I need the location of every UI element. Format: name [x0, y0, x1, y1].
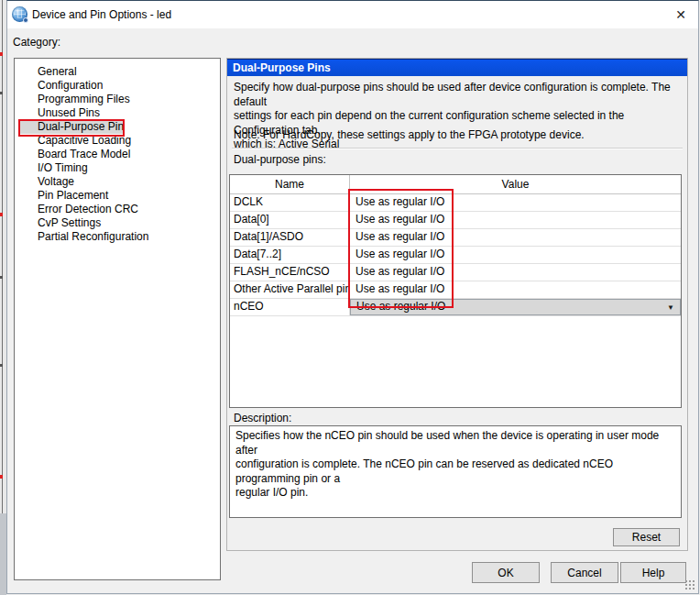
dual-purpose-pins-table[interactable]: Name Value DCLKUse as regular I/OData[0]… — [229, 174, 682, 408]
background-red-fragment — [0, 52, 3, 56]
category-item-configuration[interactable]: Configuration — [15, 79, 220, 93]
column-header-name[interactable]: Name — [230, 175, 350, 193]
background-fragment — [0, 513, 6, 595]
pin-value-combobox[interactable]: Use as regular I/O — [350, 229, 681, 246]
category-item-capacitive-loading[interactable]: Capacitive Loading — [15, 134, 220, 148]
pin-row-dclk[interactable]: DCLKUse as regular I/O — [230, 194, 681, 212]
cancel-button[interactable]: Cancel — [551, 562, 618, 583]
pin-value-combobox[interactable]: Use as regular I/O — [350, 264, 681, 281]
category-item-i-o-timing[interactable]: I/O Timing — [15, 161, 220, 175]
pin-name: Other Active Parallel pins — [230, 281, 350, 298]
pin-row-other-active-parallel-pins[interactable]: Other Active Parallel pinsUse as regular… — [230, 281, 681, 299]
category-list[interactable]: GeneralConfigurationProgramming FilesUnu… — [14, 58, 221, 580]
separator — [232, 148, 683, 149]
quartus-globe-icon — [12, 6, 27, 22]
background-red-fragment — [0, 475, 3, 479]
pin-value-combobox[interactable]: Use as regular I/O — [350, 212, 681, 228]
pin-name: nCEO — [230, 299, 350, 315]
pin-value-combobox[interactable]: Use as regular I/O — [350, 281, 681, 298]
pin-row-nceo[interactable]: nCEOUse as regular I/O▼ — [230, 299, 681, 316]
background-fragment — [0, 364, 3, 367]
column-header-value[interactable]: Value — [350, 175, 681, 193]
dual-purpose-pins-panel: Dual-Purpose Pins Specify how dual-purpo… — [226, 58, 688, 551]
pin-name: Data[7..2] — [230, 247, 350, 263]
background-window-sliver — [0, 0, 6, 595]
pin-value-combobox[interactable]: Use as regular I/O — [350, 194, 681, 211]
pin-name: Data[0] — [230, 212, 350, 228]
category-label: Category: — [13, 36, 60, 49]
description-label: Description: — [234, 412, 291, 424]
pin-value-combobox[interactable]: Use as regular I/O▼ — [350, 299, 681, 315]
pin-name: DCLK — [230, 194, 350, 211]
pin-row-data-0[interactable]: Data[0]Use as regular I/O — [230, 212, 681, 229]
category-item-voltage[interactable]: Voltage — [15, 175, 220, 189]
category-item-cvp-settings[interactable]: CvP Settings — [15, 216, 220, 230]
panel-header: Dual-Purpose Pins — [227, 59, 687, 76]
title-bar[interactable]: Device and Pin Options - led ✕ — [7, 1, 698, 28]
panel-note-text: Note: For HardCopy, these settings apply… — [234, 128, 682, 141]
help-button[interactable]: Help — [620, 562, 686, 583]
pin-name: Data[1]/ASDO — [230, 229, 350, 246]
ok-button[interactable]: OK — [472, 562, 540, 583]
pin-name: FLASH_nCE/nCSO — [230, 264, 350, 281]
background-fragment — [0, 92, 3, 94]
window-title: Device and Pin Options - led — [32, 8, 171, 21]
category-item-board-trace-model[interactable]: Board Trace Model — [15, 148, 220, 161]
pin-row-flash-nce-ncso[interactable]: FLASH_nCE/nCSOUse as regular I/O — [230, 264, 681, 281]
category-item-pin-placement[interactable]: Pin Placement — [15, 189, 220, 203]
table-body: DCLKUse as regular I/OData[0]Use as regu… — [230, 194, 681, 316]
category-item-general[interactable]: General — [15, 65, 220, 79]
reset-button[interactable]: Reset — [613, 528, 680, 546]
dual-purpose-pins-label: Dual-purpose pins: — [234, 153, 326, 166]
device-and-pin-options-dialog: Device and Pin Options - led ✕ Category:… — [6, 0, 699, 594]
close-icon[interactable]: ✕ — [665, 1, 696, 28]
category-item-partial-reconfiguration[interactable]: Partial Reconfiguration — [15, 230, 220, 244]
description-text: Specifies how the nCEO pin should be use… — [229, 425, 682, 518]
resize-grip[interactable] — [685, 580, 695, 590]
category-item-unused-pins[interactable]: Unused Pins — [15, 106, 220, 120]
background-red-fragment — [0, 213, 3, 216]
pin-row-data-7-2[interactable]: Data[7..2]Use as regular I/O — [230, 247, 681, 264]
table-header-row: Name Value — [230, 175, 681, 194]
background-fragment — [0, 276, 3, 279]
category-item-error-detection-crc[interactable]: Error Detection CRC — [15, 203, 220, 216]
chevron-down-icon[interactable]: ▼ — [667, 303, 674, 313]
category-item-programming-files[interactable]: Programming Files — [15, 93, 220, 106]
background-window-edge — [2, 0, 3, 595]
category-item-dual-purpose-pins[interactable]: Dual-Purpose Pins — [20, 120, 123, 134]
pin-value-combobox[interactable]: Use as regular I/O — [350, 247, 681, 263]
pin-row-data-1-asdo[interactable]: Data[1]/ASDOUse as regular I/O — [230, 229, 681, 247]
